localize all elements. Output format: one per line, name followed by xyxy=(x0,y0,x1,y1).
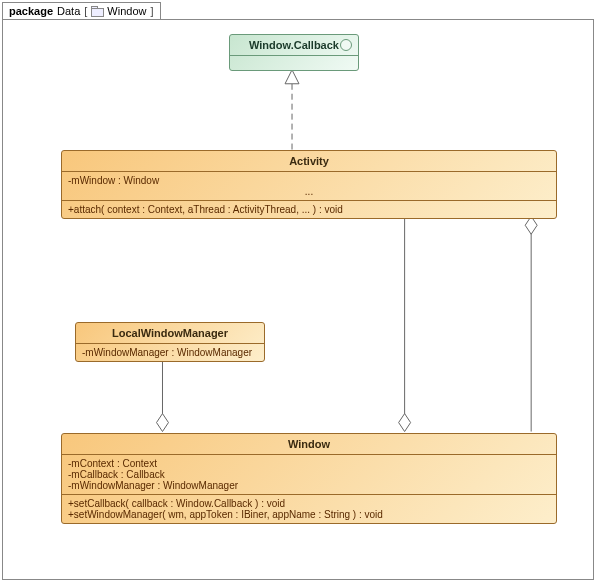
class-window: Window -mContext : Context -mCallback : … xyxy=(61,433,557,524)
aggregation-mid-diamond xyxy=(399,414,411,432)
class-empty-section xyxy=(230,56,358,70)
class-attributes: -mContext : Context -mCallback : Callbac… xyxy=(62,455,556,495)
operation-row: +attach( context : Context, aThread : Ac… xyxy=(68,204,550,215)
class-name-label: Window xyxy=(288,438,330,450)
class-title: Window.Callback xyxy=(230,35,358,56)
package-body: Window.Callback Activity -mWindow : Wind… xyxy=(2,19,594,580)
attribute-row: -mWindowManager : WindowManager xyxy=(68,480,550,491)
attributes-ellipsis: ... xyxy=(68,186,550,197)
realization-arrowhead xyxy=(285,70,299,84)
attribute-row: -mContext : Context xyxy=(68,458,550,469)
operation-row: +setCallback( callback : Window.Callback… xyxy=(68,498,550,509)
aggregation-lwm-diamond xyxy=(157,414,169,432)
bracket-open: [ xyxy=(84,5,87,17)
class-local-window-manager: LocalWindowManager -mWindowManager : Win… xyxy=(75,322,265,362)
operation-row: +setWindowManager( wm, appToken : IBiner… xyxy=(68,509,550,520)
interface-icon xyxy=(340,39,352,51)
package-icon xyxy=(91,6,103,16)
bracket-close: ] xyxy=(150,5,153,17)
attribute-row: -mWindow : Window xyxy=(68,175,550,186)
class-name-label: LocalWindowManager xyxy=(112,327,228,339)
class-operations: +setCallback( callback : Window.Callback… xyxy=(62,495,556,523)
attribute-row: -mWindowManager : WindowManager xyxy=(82,347,258,358)
class-operations: +attach( context : Context, aThread : Ac… xyxy=(62,201,556,218)
package-subject: Window xyxy=(107,5,146,17)
class-attributes: -mWindow : Window ... xyxy=(62,172,556,201)
class-title: LocalWindowManager xyxy=(76,323,264,344)
class-title: Activity xyxy=(62,151,556,172)
class-activity: Activity -mWindow : Window ... +attach( … xyxy=(61,150,557,219)
class-name-label: Window.Callback xyxy=(249,39,339,51)
attribute-row: -mCallback : Callback xyxy=(68,469,550,480)
class-window-callback: Window.Callback xyxy=(229,34,359,71)
class-name-label: Activity xyxy=(289,155,329,167)
class-attributes: -mWindowManager : WindowManager xyxy=(76,344,264,361)
package-keyword: package xyxy=(9,5,53,17)
package-tab: package Data [ Window ] xyxy=(2,2,161,19)
package-name: Data xyxy=(57,5,80,17)
class-title: Window xyxy=(62,434,556,455)
